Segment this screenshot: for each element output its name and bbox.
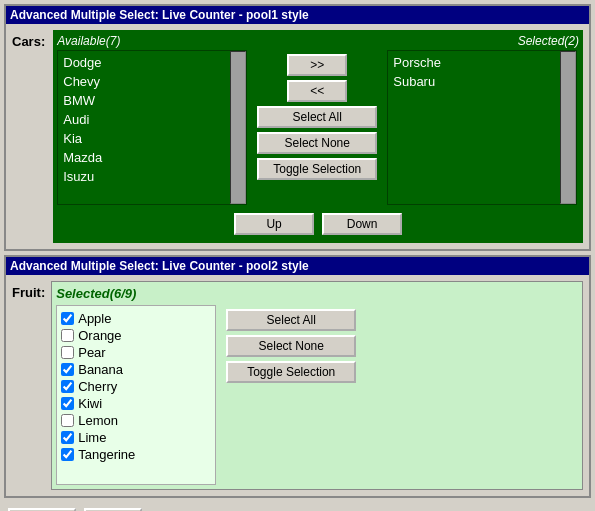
available-list[interactable]: Dodge Chevy BMW Audi Kia Mazda Isuzu [57, 50, 247, 205]
list-item[interactable]: BMW [60, 91, 228, 110]
selected-items: Porsche Subaru [388, 51, 560, 204]
pool2-title: Advanced Multiple Select: Live Counter -… [6, 257, 589, 275]
checkbox-orange[interactable] [61, 329, 74, 342]
select-none-button[interactable]: Select None [257, 132, 377, 154]
label-orange: Orange [78, 328, 121, 343]
checkbox-list: Apple Orange Pear Banana [56, 305, 216, 485]
checkbox-kiwi[interactable] [61, 397, 74, 410]
label-apple: Apple [78, 311, 111, 326]
select-all-button[interactable]: Select All [257, 106, 377, 128]
pool1-section: Advanced Multiple Select: Live Counter -… [4, 4, 591, 251]
pool2-section: Advanced Multiple Select: Live Counter -… [4, 255, 591, 498]
checkbox-lime[interactable] [61, 431, 74, 444]
checkbox-item-kiwi: Kiwi [61, 395, 211, 412]
checkbox-item-cherry: Cherry [61, 378, 211, 395]
move-right-button[interactable]: >> [287, 54, 347, 76]
down-button[interactable]: Down [322, 213, 402, 235]
up-button[interactable]: Up [234, 213, 314, 235]
checkbox-item-lime: Lime [61, 429, 211, 446]
pool2-inner: Selected(6/9) Apple Orange [51, 281, 583, 490]
pool2-select-all-button[interactable]: Select All [226, 309, 356, 331]
pool1-row: Cars: Available(7) Selected(2) Dodge Che… [12, 30, 583, 243]
checkbox-item-apple: Apple [61, 310, 211, 327]
list-item[interactable]: Chevy [60, 72, 228, 91]
list-item[interactable]: Mazda [60, 148, 228, 167]
pool2-header: Selected(6/9) [56, 286, 578, 301]
label-cherry: Cherry [78, 379, 117, 394]
up-down-controls: Up Down [57, 209, 579, 239]
pool1-content: Cars: Available(7) Selected(2) Dodge Che… [6, 24, 589, 249]
available-items: Dodge Chevy BMW Audi Kia Mazda Isuzu [58, 51, 230, 204]
checkbox-item-banana: Banana [61, 361, 211, 378]
pool2-right-controls: Select All Select None Toggle Selection [226, 305, 356, 485]
move-left-button[interactable]: << [287, 80, 347, 102]
checkbox-item-pear: Pear [61, 344, 211, 361]
pool1-center-controls: >> << Select All Select None Toggle Sele… [249, 50, 385, 184]
list-item[interactable]: Subaru [390, 72, 558, 91]
pool2-content: Fruit: Selected(6/9) Apple Orange [6, 275, 589, 496]
pool1-label: Cars: [12, 30, 45, 49]
label-pear: Pear [78, 345, 105, 360]
selected-scrollbar[interactable] [560, 51, 576, 204]
checkbox-pear[interactable] [61, 346, 74, 359]
checkbox-item-orange: Orange [61, 327, 211, 344]
label-kiwi: Kiwi [78, 396, 102, 411]
footer: Submit Reset cars list dual select fruit… [0, 502, 595, 511]
pool2-cols: Apple Orange Pear Banana [56, 305, 578, 485]
checkbox-lemon[interactable] [61, 414, 74, 427]
label-tangerine: Tangerine [78, 447, 135, 462]
pool2-row: Fruit: Selected(6/9) Apple Orange [12, 281, 583, 490]
list-item[interactable]: Isuzu [60, 167, 228, 186]
list-item[interactable]: Kia [60, 129, 228, 148]
pool2-label: Fruit: [12, 281, 45, 300]
pool1-green-area: Available(7) Selected(2) Dodge Chevy BMW… [53, 30, 583, 243]
label-banana: Banana [78, 362, 123, 377]
pool1-headers: Available(7) Selected(2) [57, 34, 579, 48]
checkbox-apple[interactable] [61, 312, 74, 325]
selected-header: Selected(2) [518, 34, 579, 48]
label-lemon: Lemon [78, 413, 118, 428]
pool2-select-none-button[interactable]: Select None [226, 335, 356, 357]
toggle-selection-button[interactable]: Toggle Selection [257, 158, 377, 180]
checkbox-item-tangerine: Tangerine [61, 446, 211, 463]
pool1-title: Advanced Multiple Select: Live Counter -… [6, 6, 589, 24]
available-header: Available(7) [57, 34, 120, 48]
checkbox-cherry[interactable] [61, 380, 74, 393]
checkbox-item-lemon: Lemon [61, 412, 211, 429]
checkbox-tangerine[interactable] [61, 448, 74, 461]
label-lime: Lime [78, 430, 106, 445]
pool1-main-row: Dodge Chevy BMW Audi Kia Mazda Isuzu [57, 50, 579, 205]
pool2-toggle-button[interactable]: Toggle Selection [226, 361, 356, 383]
checkbox-banana[interactable] [61, 363, 74, 376]
available-list-container: Dodge Chevy BMW Audi Kia Mazda Isuzu [57, 50, 247, 205]
selected-list[interactable]: Porsche Subaru [387, 50, 577, 205]
list-item[interactable]: Porsche [390, 53, 558, 72]
available-scrollbar[interactable] [230, 51, 246, 204]
selected-list-container: Porsche Subaru [387, 50, 577, 205]
list-item[interactable]: Dodge [60, 53, 228, 72]
list-item[interactable]: Audi [60, 110, 228, 129]
